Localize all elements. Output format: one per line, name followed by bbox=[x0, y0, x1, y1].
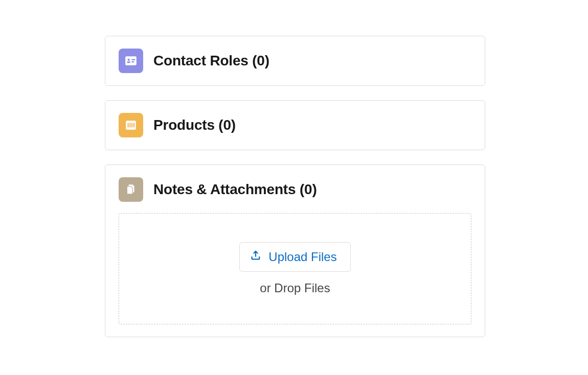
card-header: Notes & Attachments (0) bbox=[119, 177, 471, 202]
products-icon bbox=[119, 113, 143, 137]
svg-point-1 bbox=[128, 59, 130, 61]
card-title: Products (0) bbox=[153, 116, 236, 134]
drop-hint-text: or Drop Files bbox=[260, 281, 330, 295]
card-header: Products (0) bbox=[119, 113, 471, 137]
related-card-products[interactable]: Products (0) bbox=[105, 100, 485, 150]
svg-rect-4 bbox=[131, 61, 134, 62]
card-title: Notes & Attachments (0) bbox=[153, 181, 317, 198]
svg-rect-8 bbox=[131, 123, 132, 128]
svg-rect-7 bbox=[129, 123, 130, 128]
svg-rect-0 bbox=[125, 56, 137, 65]
upload-files-button[interactable]: Upload Files bbox=[239, 242, 350, 272]
upload-icon bbox=[250, 250, 261, 264]
contact-roles-icon bbox=[119, 49, 143, 73]
svg-rect-9 bbox=[133, 123, 134, 128]
svg-rect-3 bbox=[131, 59, 135, 60]
svg-rect-2 bbox=[127, 61, 130, 63]
card-header: Contact Roles (0) bbox=[119, 49, 471, 73]
upload-button-label: Upload Files bbox=[268, 250, 336, 264]
related-card-contact-roles[interactable]: Contact Roles (0) bbox=[105, 36, 485, 86]
file-drop-zone[interactable]: Upload Files or Drop Files bbox=[119, 213, 471, 324]
svg-rect-6 bbox=[128, 123, 129, 128]
card-title: Contact Roles (0) bbox=[153, 52, 269, 69]
notes-attachments-icon bbox=[119, 177, 143, 202]
related-card-notes-attachments[interactable]: Notes & Attachments (0) Upload Files or … bbox=[105, 165, 485, 337]
